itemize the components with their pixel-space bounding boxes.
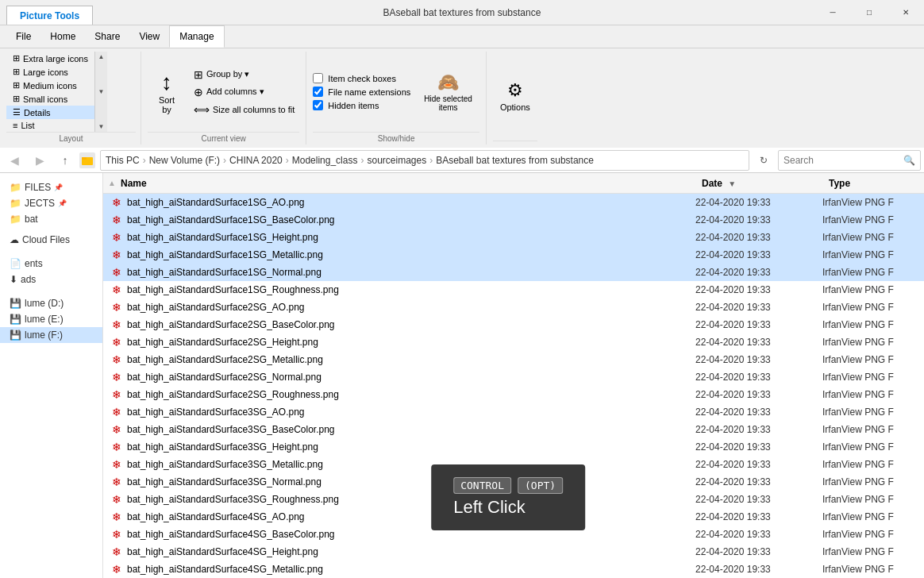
file-name-extensions-label[interactable]: File name extensions [313, 87, 410, 97]
maximize-button[interactable]: □ [851, 0, 887, 25]
table-row[interactable]: ❄ bat_high_aiStandardSurface1SG_Metallic… [103, 246, 924, 264]
close-button[interactable]: ✕ [887, 0, 924, 25]
svg-text:❄: ❄ [112, 371, 121, 383]
add-columns-button[interactable]: ⊕ Add columns ▾ [189, 84, 299, 100]
scroll-up-file-icon[interactable]: ▲ [103, 176, 117, 191]
layout-medium[interactable]: ⊞ Medium icons [6, 79, 94, 92]
picture-tools-tab[interactable]: Picture Tools [6, 6, 93, 25]
tab-file[interactable]: File [6, 25, 40, 48]
sidebar-item-volume-d[interactable]: 💾 lume (D:) [0, 295, 102, 311]
scroll-up-arrow[interactable]: ▲ [98, 53, 104, 60]
large-icon: ⊞ [13, 67, 20, 77]
tab-manage[interactable]: Manage [169, 25, 224, 48]
column-type-header[interactable]: Type [829, 178, 924, 189]
table-row[interactable]: ❄ bat_high_aiStandardSurface2SG_Height.p… [103, 333, 924, 351]
svg-text:❄: ❄ [112, 441, 121, 453]
tab-home[interactable]: Home [40, 25, 85, 48]
layout-scroll[interactable]: ▲ ▼ ▼ [94, 52, 107, 132]
tab-share[interactable]: Share [85, 25, 129, 48]
sidebar-item-bat[interactable]: 📁 bat [0, 211, 102, 227]
group-by-button[interactable]: ⊞ Group by ▾ [189, 67, 299, 83]
sidebar-item-jects[interactable]: 📁 JECTS 📌 [0, 195, 102, 211]
breadcrumb-sourceimages[interactable]: sourceimages [367, 155, 426, 166]
file-name: bat_high_aiStandardSurface4SG_BaseColor.… [127, 529, 695, 540]
layout-small[interactable]: ⊞ Small icons [6, 92, 94, 106]
file-rows-container: ❄ bat_high_aiStandardSurface1SG_AO.png22… [103, 194, 924, 578]
svg-text:❄: ❄ [112, 336, 121, 349]
table-row[interactable]: ❄ bat_high_aiStandardSurface3SG_Metallic… [103, 456, 924, 473]
file-header: ▲ Name Date ▼ Type [103, 173, 924, 194]
size-columns-icon: ⟺ [194, 103, 210, 116]
size-all-columns-button[interactable]: ⟺ Size all columns to fit [189, 102, 299, 118]
table-row[interactable]: ❄ bat_high_aiStandardSurface1SG_Height.p… [103, 229, 924, 246]
sidebar-item-cloud-files[interactable]: ☁ Cloud Files [0, 232, 102, 248]
table-row[interactable]: ❄ bat_high_aiStandardSurface1SG_Roughnes… [103, 281, 924, 299]
search-box[interactable]: 🔍 [778, 150, 921, 171]
file-type: IrfanView PNG F [822, 407, 918, 418]
file-name-extensions-input[interactable] [313, 87, 323, 97]
column-date-header[interactable]: Date ▼ [702, 178, 829, 189]
table-row[interactable]: ❄ bat_high_aiStandardSurface1SG_BaseColo… [103, 211, 924, 229]
file-type: IrfanView PNG F [822, 476, 918, 487]
breadcrumb[interactable]: This PC › New Volume (F:) › CHINA 2020 ›… [100, 150, 749, 171]
table-row[interactable]: ❄ bat_high_aiStandardSurface3SG_Roughnes… [103, 491, 924, 508]
layout-group-label: Layout [6, 132, 136, 144]
file-date: 22-04-2020 19:33 [695, 407, 822, 418]
table-row[interactable]: ❄ bat_high_aiStandardSurface4SG_BaseColo… [103, 526, 924, 543]
sidebar-item-volume-e[interactable]: 💾 lume (E:) [0, 311, 102, 327]
table-row[interactable]: ❄ bat_high_aiStandardSurface4SG_Height.p… [103, 543, 924, 561]
file-type: IrfanView PNG F [822, 424, 918, 435]
table-row[interactable]: ❄ bat_high_aiStandardSurface4SG_AO.png22… [103, 508, 924, 526]
sidebar-item-ents[interactable]: 📄 ents [0, 256, 102, 272]
forward-button[interactable]: ▶ [29, 149, 51, 171]
table-row[interactable]: ❄ bat_high_aiStandardSurface2SG_Roughnes… [103, 386, 924, 403]
file-icon: ❄ [110, 457, 124, 472]
table-row[interactable]: ❄ bat_high_aiStandardSurface3SG_BaseColo… [103, 421, 924, 438]
layout-extra-large[interactable]: ⊞ Extra large icons [6, 52, 94, 65]
table-row[interactable]: ❄ bat_high_aiStandardSurface2SG_BaseColo… [103, 316, 924, 333]
options-button[interactable]: ⚙ Options [493, 76, 537, 116]
table-row[interactable]: ❄ bat_high_aiStandardSurface3SG_Normal.p… [103, 473, 924, 491]
table-row[interactable]: ❄ bat_high_aiStandardSurface2SG_AO.png22… [103, 299, 924, 316]
hidden-items-label[interactable]: Hidden items [313, 100, 410, 110]
table-row[interactable]: ❄ bat_high_aiStandardSurface3SG_AO.png22… [103, 403, 924, 421]
back-button[interactable]: ◀ [3, 149, 25, 171]
refresh-button[interactable]: ↻ [753, 149, 775, 171]
table-row[interactable]: ❄ bat_high_aiStandardSurface2SG_Normal.p… [103, 368, 924, 386]
up-button[interactable]: ↑ [54, 149, 76, 171]
hide-selected-items-button[interactable]: 🙈 Hide selecteditems [417, 68, 479, 116]
breadcrumb-china2020[interactable]: CHINA 2020 [229, 155, 283, 166]
breadcrumb-new-volume[interactable]: New Volume (F:) [149, 155, 220, 166]
layout-list[interactable]: ≡ List [6, 119, 94, 132]
tab-view[interactable]: View [129, 25, 169, 48]
file-icon: ❄ [110, 545, 124, 559]
file-name: bat_high_aiStandardSurface3SG_AO.png [127, 407, 695, 418]
column-name-header[interactable]: Name [117, 178, 702, 189]
layout-details[interactable]: ☰ Details [6, 106, 94, 119]
breadcrumb-modeling[interactable]: Modeling_class [292, 155, 358, 166]
table-row[interactable]: ❄ bat_high_aiStandardSurface3SG_Height.p… [103, 438, 924, 456]
table-row[interactable]: ❄ bat_high_aiStandardSurface1SG_Normal.p… [103, 264, 924, 281]
sort-by-button[interactable]: ↕ Sort by [148, 64, 186, 120]
size-all-label: Size all columns to fit [213, 105, 295, 114]
file-type: IrfanView PNG F [822, 354, 918, 365]
table-row[interactable]: ❄ bat_high_aiStandardSurface1SG_AO.png22… [103, 194, 924, 211]
minimize-button[interactable]: ─ [814, 0, 851, 25]
sidebar-item-ads[interactable]: ⬇ ads [0, 272, 102, 287]
breadcrumb-baseball[interactable]: BAseball bat textures from substance [436, 155, 594, 166]
sidebar-item-volume-f[interactable]: 💾 lume (F:) [0, 327, 102, 343]
item-checkboxes-label[interactable]: Item check boxes [313, 73, 410, 83]
hide-selected-icon: 🙈 [437, 72, 459, 93]
file-name: bat_high_aiStandardSurface2SG_AO.png [127, 302, 695, 313]
layout-large[interactable]: ⊞ Large icons [6, 65, 94, 79]
scroll-down-arrow[interactable]: ▼ [98, 88, 104, 95]
table-row[interactable]: ❄ bat_high_aiStandardSurface4SG_Metallic… [103, 561, 924, 578]
table-row[interactable]: ❄ bat_high_aiStandardSurface2SG_Metallic… [103, 351, 924, 368]
hidden-items-input[interactable] [313, 100, 323, 110]
breadcrumb-this-pc[interactable]: This PC [106, 155, 140, 166]
sidebar-item-files[interactable]: 📁 FILES 📌 [0, 179, 102, 195]
scroll-expand-arrow[interactable]: ▼ [98, 123, 104, 130]
file-date: 22-04-2020 19:33 [695, 389, 822, 400]
search-input[interactable] [783, 155, 900, 166]
item-checkboxes-input[interactable] [313, 73, 323, 83]
